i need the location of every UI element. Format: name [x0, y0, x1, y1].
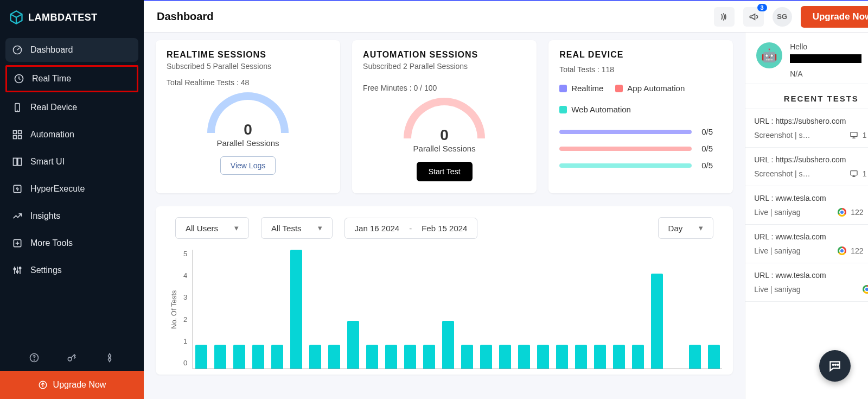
chrome-icon	[838, 208, 846, 217]
help-icon[interactable]	[29, 352, 40, 363]
sidebar-item-label: HyperExecute	[30, 184, 85, 194]
topbar: Dashboard 3 SG Upgrade Now	[144, 0, 868, 33]
announcements-button[interactable]: 3	[743, 7, 764, 27]
user-avatar[interactable]: SG	[773, 7, 792, 27]
accessibility-button[interactable]	[714, 7, 735, 27]
recent-meta-text: Screenshot | s…	[754, 169, 845, 178]
progress-bar	[559, 130, 692, 134]
chart-bar	[252, 345, 264, 369]
recent-meta-text: Screenshot | s…	[754, 131, 845, 140]
sidebar-item-label: More Tools	[30, 238, 73, 248]
granularity-filter[interactable]: Day ▾	[658, 217, 714, 239]
sidebar-item-moretools[interactable]: More Tools	[5, 231, 138, 255]
chat-button[interactable]	[819, 350, 851, 382]
sidebar-item-realtime[interactable]: Real Time	[5, 65, 138, 92]
key-icon[interactable]	[66, 352, 77, 363]
recent-test-item[interactable]: URL : www.tesla.comLive | saniyag12210	[745, 225, 868, 263]
trend-icon	[12, 211, 23, 221]
recent-url: URL : www.tesla.com	[754, 232, 868, 241]
date-range-filter[interactable]: Jan 16 2024 - Feb 15 2024	[344, 218, 478, 239]
y-tick: 3	[183, 293, 187, 301]
legend-label: Realtime	[571, 84, 603, 93]
svg-rect-7	[18, 131, 22, 134]
recent-test-item[interactable]: URL : www.tesla.comLive | saniyag118	[745, 263, 868, 302]
svg-point-37	[835, 364, 836, 365]
chart-bar	[366, 345, 378, 369]
sidebar-item-label: Smart UI	[30, 157, 65, 167]
chart-bar	[518, 345, 530, 369]
chart-bar	[651, 274, 663, 369]
plus-icon	[12, 238, 23, 249]
recent-meta-text: Live | saniyag	[754, 208, 833, 217]
recent-meta: Live | saniyag12210	[754, 246, 868, 255]
svg-rect-6	[14, 131, 17, 134]
right-panel: 🤖 Hello N/A RECENT TESTS URL : https://s…	[745, 33, 868, 399]
sidebar-item-realdevice[interactable]: Real Device	[5, 96, 138, 119]
chart-bar	[290, 250, 302, 369]
monitor-icon	[850, 131, 858, 140]
progress-value: 0/5	[701, 144, 722, 153]
profile-avatar: 🤖	[756, 42, 782, 68]
upgrade-button[interactable]: Upgrade Now	[801, 6, 868, 28]
card-title: REAL DEVICE	[559, 50, 722, 60]
recent-url: URL : www.tesla.com	[754, 271, 868, 280]
users-filter[interactable]: All Users ▾	[175, 217, 249, 239]
legend-item: Realtime	[559, 84, 603, 93]
legend-label: Web Automation	[571, 105, 631, 114]
page-title: Dashboard	[157, 10, 213, 23]
view-logs-button[interactable]: View Logs	[220, 156, 276, 175]
chart-bar	[708, 345, 720, 369]
realtime-gauge: 0	[207, 92, 289, 133]
sidebar-item-insights[interactable]: Insights	[5, 204, 138, 228]
free-minutes: Free Minutes : 0 / 100	[363, 84, 526, 92]
chart-plot	[193, 250, 722, 369]
profile-org: N/A	[790, 69, 861, 78]
sidebar-item-label: Real Time	[32, 74, 71, 84]
upgrade-sidebar-button[interactable]: Upgrade Now	[0, 371, 144, 399]
y-tick: 0	[183, 359, 187, 367]
total-tests: Total Tests : 118	[559, 65, 722, 74]
sidebar-item-label: Settings	[30, 265, 62, 275]
sidebar-item-smartui[interactable]: Smart UI	[5, 150, 138, 174]
chart-bar	[480, 345, 492, 369]
sidebar-item-label: Automation	[30, 130, 74, 140]
sidebar-footer	[0, 345, 144, 371]
chat-icon	[828, 359, 842, 373]
chart-bar	[556, 345, 568, 369]
date-separator: -	[409, 224, 412, 233]
sidebar-item-automation[interactable]: Automation	[5, 123, 138, 147]
chart-bar	[404, 345, 416, 369]
progress-row: 0/5	[559, 127, 722, 136]
start-test-button[interactable]: Start Test	[417, 162, 473, 181]
accessibility-icon	[719, 11, 730, 22]
svg-rect-8	[14, 136, 17, 139]
filter-label: All Tests	[271, 224, 302, 233]
chart-bar	[575, 345, 587, 369]
profile-name-redacted	[790, 54, 861, 63]
logo[interactable]: LAMBDATEST	[0, 0, 144, 38]
chevron-down-icon: ▾	[234, 223, 239, 233]
tests-filter[interactable]: All Tests ▾	[261, 217, 333, 239]
progress-row: 0/5	[559, 161, 722, 170]
chart-yaxis: 543210	[183, 250, 187, 369]
recent-test-item[interactable]: URL : https://subshero.comScreenshot | s…	[745, 148, 868, 186]
sidebar-item-dashboard[interactable]: Dashboard	[5, 38, 138, 62]
legend-item: Web Automation	[559, 105, 631, 114]
desktop-count: 1	[863, 131, 867, 140]
progress-bars: 0/50/50/5	[559, 127, 722, 170]
bolt-icon	[12, 183, 23, 194]
sidebar-item-hyperexecute[interactable]: HyperExecute	[5, 177, 138, 201]
chart-bar	[461, 345, 473, 369]
recent-test-item[interactable]: URL : https://subshero.comScreenshot | s…	[745, 109, 868, 148]
sidebar: LAMBDATEST Dashboard Real Time Real Devi…	[0, 0, 144, 399]
sidebar-item-label: Dashboard	[30, 45, 73, 55]
recent-test-item[interactable]: URL : www.tesla.comLive | saniyag12210	[745, 186, 868, 225]
chart-bar	[613, 345, 625, 369]
recent-meta: Live | saniyag118	[754, 285, 868, 294]
tests-chart-card: All Users ▾ All Tests ▾ Jan 16 2024 - Fe…	[156, 206, 733, 375]
sidebar-item-settings[interactable]: Settings	[5, 258, 138, 282]
integration-icon[interactable]	[104, 352, 115, 363]
chart-bar	[271, 345, 283, 369]
chart-bar	[385, 345, 397, 369]
recent-meta: Live | saniyag12210	[754, 208, 868, 217]
